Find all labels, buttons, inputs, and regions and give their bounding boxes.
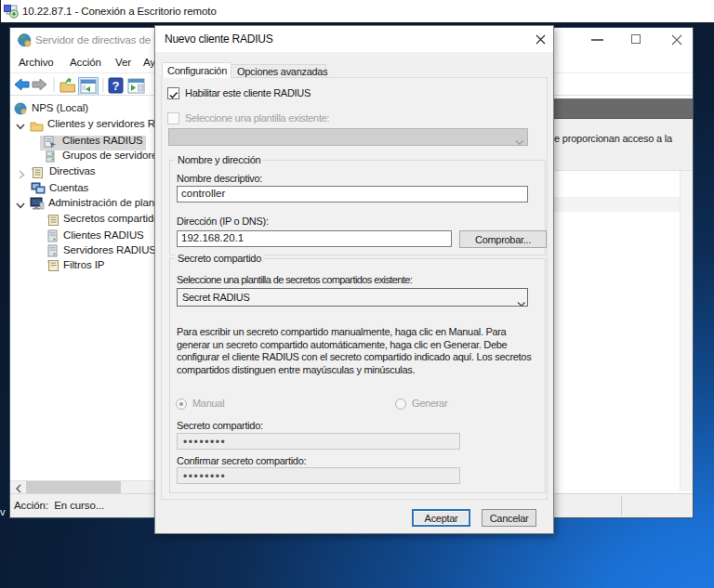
svg-text:?: ? [112,79,120,93]
